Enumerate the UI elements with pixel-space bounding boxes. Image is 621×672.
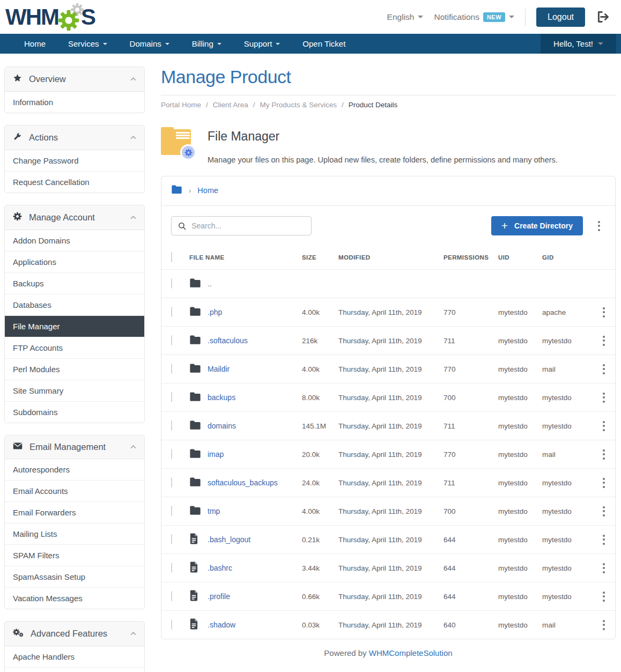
row-menu-dots-icon[interactable] bbox=[601, 305, 607, 320]
whmcompletesolution-link[interactable]: WHMCompleteSolution bbox=[369, 648, 453, 658]
sidebar-section-header[interactable]: Overview bbox=[5, 67, 144, 92]
sidebar-section-header[interactable]: Email Management bbox=[5, 435, 144, 459]
row-checkbox[interactable] bbox=[171, 591, 172, 601]
sidebar-item[interactable]: Email Accounts bbox=[5, 481, 144, 502]
sidebar-section: Email Management AutorespondersEmail Acc… bbox=[4, 435, 145, 609]
breadcrumb-portal-home[interactable]: Portal Home bbox=[161, 101, 201, 109]
file-name-link[interactable]: .profile bbox=[208, 592, 230, 601]
file-name-link[interactable]: tmp bbox=[208, 507, 220, 515]
file-name-link[interactable]: .bashrc bbox=[208, 564, 232, 572]
row-checkbox[interactable] bbox=[171, 307, 172, 317]
sign-out-icon[interactable] bbox=[596, 10, 610, 24]
nav-item-open-ticket[interactable]: Open Ticket bbox=[291, 34, 357, 54]
sidebar-item[interactable]: Addon Domains bbox=[5, 230, 144, 252]
row-checkbox[interactable] bbox=[171, 364, 172, 374]
sidebar-item[interactable]: FTP Accounts bbox=[5, 337, 144, 359]
row-menu-dots-icon[interactable] bbox=[601, 362, 607, 376]
row-menu-dots-icon[interactable] bbox=[601, 561, 607, 575]
row-checkbox[interactable] bbox=[171, 449, 172, 459]
row-checkbox[interactable] bbox=[171, 278, 172, 289]
nav-item-billing[interactable]: Billing bbox=[181, 34, 233, 54]
sidebar-item[interactable]: Email Forwarders bbox=[5, 502, 144, 523]
row-menu-dots-icon[interactable] bbox=[601, 447, 607, 462]
sidebar-item[interactable]: Apache Handlers bbox=[5, 646, 144, 668]
row-checkbox[interactable] bbox=[171, 477, 172, 488]
sidebar-item[interactable]: Cron Jobs bbox=[5, 668, 144, 672]
nav-item-services[interactable]: Services bbox=[57, 34, 119, 54]
file-name-link[interactable]: .softaculous bbox=[208, 336, 248, 345]
row-menu-dots-icon[interactable] bbox=[601, 390, 607, 405]
row-checkbox[interactable] bbox=[171, 534, 172, 544]
chevron-up-icon[interactable] bbox=[130, 445, 136, 449]
row-checkbox[interactable] bbox=[171, 420, 172, 431]
file-name-link[interactable]: domains bbox=[208, 422, 236, 430]
file-name-link[interactable]: .shadow bbox=[208, 621, 235, 629]
sidebar-item[interactable]: Autoresponders bbox=[5, 459, 144, 481]
row-menu-dots-icon[interactable] bbox=[601, 618, 607, 632]
sidebar-item[interactable]: Vacation Messages bbox=[5, 588, 144, 609]
create-directory-button[interactable]: + Create Directory bbox=[491, 216, 583, 235]
sidebar-item[interactable]: Change Password bbox=[5, 150, 144, 172]
sidebar-item[interactable]: Subdomains bbox=[5, 402, 144, 423]
row-menu-dots-icon[interactable] bbox=[601, 504, 607, 519]
sidebar-section-header[interactable]: Advanced Features bbox=[5, 622, 144, 646]
sidebar-item[interactable]: File Manager bbox=[5, 316, 144, 337]
row-checkbox[interactable] bbox=[171, 506, 172, 516]
row-menu-dots-icon[interactable] bbox=[601, 533, 607, 547]
top-header: WHM S English Notifications NEW Logout bbox=[0, 0, 621, 34]
chevron-up-icon[interactable] bbox=[130, 77, 136, 81]
logout-button[interactable]: Logout bbox=[536, 8, 585, 27]
select-all-checkbox[interactable] bbox=[171, 252, 172, 262]
path-home-link[interactable]: Home bbox=[197, 186, 218, 195]
sidebar-item[interactable]: Databases bbox=[5, 294, 144, 316]
chevron-up-icon[interactable] bbox=[130, 632, 136, 636]
sidebar-item[interactable]: Information bbox=[5, 92, 144, 113]
file-name-link[interactable]: backups bbox=[208, 393, 235, 402]
panel-menu-dots-icon[interactable] bbox=[596, 219, 602, 233]
file-name-link[interactable]: imap bbox=[208, 450, 224, 459]
table-row: .bash_logout 0.21k Thursday, April 11th,… bbox=[161, 525, 615, 553]
account-menu[interactable]: Hello, Test! bbox=[541, 34, 616, 54]
file-name-link[interactable]: .bash_logout bbox=[208, 535, 250, 544]
whmcs-logo[interactable]: WHM S bbox=[5, 4, 95, 31]
nav-item-home[interactable]: Home bbox=[13, 34, 57, 54]
sidebar-item[interactable]: Applications bbox=[5, 252, 144, 273]
notifications-toggle[interactable]: Notifications NEW bbox=[434, 12, 514, 22]
row-menu-dots-icon[interactable] bbox=[601, 589, 607, 604]
sidebar-item[interactable]: Backups bbox=[5, 273, 144, 294]
sidebar-item[interactable]: Perl Modules bbox=[5, 359, 144, 380]
file-name-link[interactable]: .php bbox=[208, 308, 222, 316]
file-name-link[interactable]: softaculous_backups bbox=[208, 478, 278, 487]
nav-item-support[interactable]: Support bbox=[233, 34, 292, 54]
sidebar-section-title: Actions bbox=[29, 132, 58, 143]
sidebar-item[interactable]: Request Cancellation bbox=[5, 172, 144, 193]
chevron-up-icon[interactable] bbox=[130, 136, 136, 139]
row-menu-dots-icon[interactable] bbox=[601, 334, 607, 348]
gears-icon bbox=[13, 628, 24, 639]
breadcrumb-products[interactable]: My Products & Services bbox=[260, 101, 337, 109]
chevron-up-icon[interactable] bbox=[130, 216, 136, 219]
file-name-link[interactable]: .. bbox=[208, 279, 212, 288]
row-checkbox[interactable] bbox=[171, 335, 172, 345]
sidebar-item[interactable]: SpamAssasin Setup bbox=[5, 566, 144, 588]
logo-text-left: WHM bbox=[5, 6, 58, 28]
sidebar-section-header[interactable]: Manage Account bbox=[5, 205, 144, 230]
row-checkbox[interactable] bbox=[171, 392, 172, 402]
root-folder-icon[interactable] bbox=[171, 184, 182, 196]
sidebar-item[interactable]: Site Summary bbox=[5, 380, 144, 402]
language-selector[interactable]: English bbox=[387, 12, 424, 22]
file-name-link[interactable]: Maildir bbox=[208, 365, 230, 373]
sidebar-section-header[interactable]: Actions bbox=[5, 125, 144, 150]
search-input[interactable] bbox=[191, 221, 305, 230]
main-content: Manage Product Portal Home/ Client Area/… bbox=[161, 67, 616, 669]
nav-item-domains[interactable]: Domains bbox=[119, 34, 181, 54]
sidebar-section: Actions Change PasswordRequest Cancellat… bbox=[4, 125, 145, 193]
sidebar-item[interactable]: Mailing Lists bbox=[5, 523, 144, 545]
row-checkbox[interactable] bbox=[171, 619, 172, 630]
row-checkbox[interactable] bbox=[171, 563, 172, 573]
breadcrumb-client-area[interactable]: Client Area bbox=[213, 101, 248, 109]
row-menu-dots-icon[interactable] bbox=[601, 419, 607, 433]
sidebar-item[interactable]: SPAM Filters bbox=[5, 545, 144, 566]
file-modified: Thursday, April 11th, 2019 bbox=[338, 365, 443, 373]
row-menu-dots-icon[interactable] bbox=[601, 476, 607, 490]
